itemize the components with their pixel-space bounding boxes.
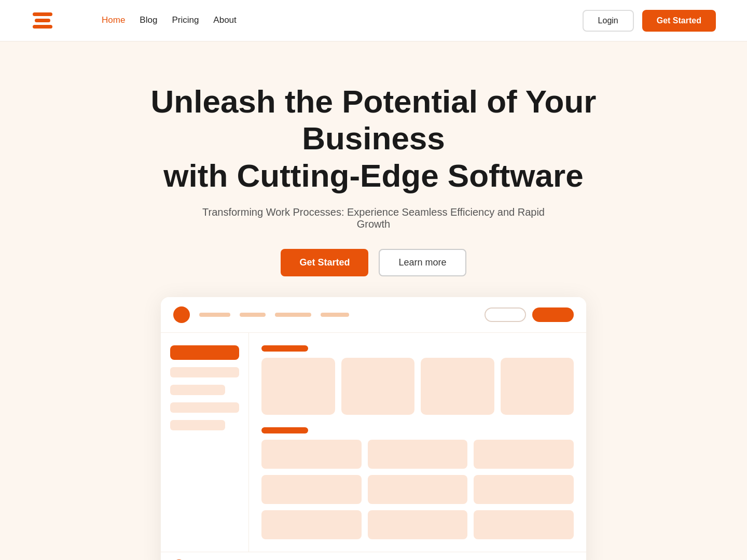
mockup-nav-item-3 xyxy=(275,313,311,317)
nav-link-blog[interactable]: Blog xyxy=(140,15,157,25)
mock-row-card-1a xyxy=(261,440,362,469)
nav-left: Home Blog Pricing About xyxy=(31,0,268,41)
mockup-nav-item-1 xyxy=(199,313,230,317)
mockup-topbar-right xyxy=(485,307,574,322)
logo-stripe-bot xyxy=(33,25,52,29)
mockup-nav-item-4 xyxy=(321,313,349,317)
mock-row-card-3b xyxy=(368,510,468,539)
sidebar-item-1 xyxy=(170,367,239,377)
mockup-main-content xyxy=(249,333,586,552)
card-grid-3 xyxy=(261,440,574,539)
nav-link-pricing[interactable]: Pricing xyxy=(172,15,199,25)
app-mockup xyxy=(161,297,586,560)
mockup-topbar-left xyxy=(173,306,349,323)
nav-link-about[interactable]: About xyxy=(213,15,236,25)
hero-buttons: Get Started Learn more xyxy=(281,249,466,276)
mock-row-card-3a xyxy=(261,510,362,539)
mockup-sidebar xyxy=(161,333,249,552)
logo-stripe-mid xyxy=(35,19,50,22)
navbar: Home Blog Pricing About Login Get Starte… xyxy=(0,0,747,41)
nav-get-started-button[interactable]: Get Started xyxy=(642,10,716,32)
mockup-btn-outline xyxy=(485,307,526,322)
section-label-1 xyxy=(261,345,308,352)
nav-link-home[interactable]: Home xyxy=(102,15,125,25)
sidebar-primary-item xyxy=(170,345,239,360)
sidebar-item-3 xyxy=(170,402,239,413)
mock-row-card-1c xyxy=(474,440,574,469)
mockup-section-1 xyxy=(261,345,574,415)
logo-icon[interactable] xyxy=(31,9,54,32)
nav-links: Home Blog Pricing About xyxy=(71,0,268,41)
login-button[interactable]: Login xyxy=(583,10,634,32)
mock-row-card-2a xyxy=(261,475,362,504)
mock-row-card-2b xyxy=(368,475,468,504)
mock-row-card-2c xyxy=(474,475,574,504)
mockup-nav-item-2 xyxy=(240,313,266,317)
hero-subtitle: Transforming Work Processes: Experience … xyxy=(192,206,555,230)
nav-right: Login Get Started xyxy=(583,10,716,32)
mock-row-card-3c xyxy=(474,510,574,539)
hero-title: Unleash the Potential of Your Business w… xyxy=(150,83,597,194)
mockup-btn-filled xyxy=(532,307,574,322)
mockup-logo-circle xyxy=(173,306,190,323)
hero-section: Unleash the Potential of Your Business w… xyxy=(0,41,747,560)
hero-learn-more-button[interactable]: Learn more xyxy=(379,249,466,276)
mockup-section-2 xyxy=(261,427,574,539)
mock-card-2 xyxy=(341,358,415,415)
mockup-body xyxy=(161,333,586,552)
mock-card-4 xyxy=(501,358,574,415)
card-grid-4 xyxy=(261,358,574,415)
logo-stripe-top xyxy=(33,12,52,16)
sidebar-item-2 xyxy=(170,385,225,395)
mockup-topbar xyxy=(161,297,586,333)
mockup-bottombar xyxy=(161,552,586,560)
mock-row-card-1b xyxy=(368,440,468,469)
mock-card-3 xyxy=(421,358,494,415)
section-label-2 xyxy=(261,427,308,433)
sidebar-item-4 xyxy=(170,420,225,430)
hero-get-started-button[interactable]: Get Started xyxy=(281,249,368,276)
mock-card-1 xyxy=(261,358,335,415)
